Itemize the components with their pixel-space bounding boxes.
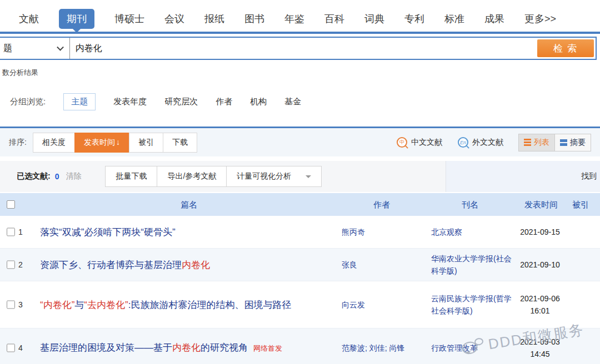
- sort-option-3[interactable]: 被引: [129, 133, 163, 153]
- view-toggle-abstract[interactable]: 摘要: [554, 134, 591, 151]
- toolbar-button-1[interactable]: 批量下载: [105, 166, 157, 187]
- sort-right-controls: 中中文文献En外文文献列表摘要: [397, 134, 591, 151]
- lang-filter-label: 外文文献: [472, 138, 503, 148]
- nav-tab-6[interactable]: 图书: [244, 9, 264, 29]
- table-row: 1落实“双减”必须啃下两块“硬骨头”熊丙奇北京观察2021-09-15: [0, 216, 600, 249]
- group-item-3[interactable]: 研究层次: [164, 97, 198, 107]
- row-checkbox[interactable]: [7, 228, 15, 236]
- toolbar-button-2[interactable]: 导出/参考文献: [157, 166, 227, 187]
- journal-link[interactable]: 华南农业大学学报(社会科学版): [431, 252, 516, 277]
- nav-tab-11[interactable]: 标准: [444, 9, 464, 29]
- sort-bar: 排序: 相关度发表时间↓被引下载 中中文文献En外文文献列表摘要: [0, 127, 600, 156]
- title-segment-blue: 与: [74, 300, 84, 310]
- table-row: 3“内卷化”与“去内卷化”:民族旅游村寨治理的结构、困境与路径向云发云南民族大学…: [0, 281, 600, 328]
- top-nav: 文献期刊博硕士会议报纸图书年鉴百科词典专利标准成果更多>>: [19, 9, 556, 29]
- search-bar: 题 检 索: [0, 37, 597, 60]
- article-title-link[interactable]: “内卷化”与“去内卷化”:民族旅游村寨治理的结构、困境与路径: [40, 297, 326, 313]
- nav-tab-10[interactable]: 专利: [404, 9, 424, 29]
- column-header-title: 篇名: [181, 193, 197, 216]
- publish-datetime: 2021-09-0616:01: [509, 292, 571, 317]
- publish-datetime: 2021-09-10: [509, 259, 571, 271]
- article-title-link[interactable]: 资源下乡、行动者博弈与基层治理内卷化: [40, 257, 326, 273]
- nav-tab-9[interactable]: 词典: [364, 9, 384, 29]
- selected-docs-count: 0: [55, 172, 59, 181]
- view-toggle-list[interactable]: 列表: [518, 134, 555, 151]
- row-checkbox[interactable]: [7, 301, 15, 309]
- online-first-badge[interactable]: 网络首发: [253, 344, 282, 352]
- table-row: 2资源下乡、行动者博弈与基层治理内卷化张良华南农业大学学报(社会科学版)2021…: [0, 249, 600, 281]
- publish-date: 2021-09-10: [509, 259, 571, 271]
- search-field-selector[interactable]: 题: [0, 38, 70, 59]
- toolbar-buttons: 批量下载导出/参考文献计量可视化分析: [106, 166, 322, 187]
- article-title-link[interactable]: 基层治理的困境及对策——基于内卷化的研究视角网络首发: [40, 340, 326, 356]
- chevron-down-icon: [57, 44, 64, 51]
- found-label: 找到: [581, 171, 597, 181]
- row-number: 2: [18, 260, 23, 269]
- publish-date: 2021-09-03: [509, 336, 571, 348]
- nav-tab-2[interactable]: 期刊: [59, 9, 94, 29]
- abstract-view-icon: [560, 139, 567, 142]
- nav-tab-4[interactable]: 会议: [164, 9, 184, 29]
- authors-link[interactable]: 熊丙奇: [342, 226, 425, 238]
- nav-tab-13[interactable]: 更多>>: [524, 9, 556, 29]
- group-item-1[interactable]: 主题: [63, 93, 96, 110]
- view-toggle-label: 列表: [534, 138, 549, 148]
- group-item-4[interactable]: 作者: [216, 97, 232, 107]
- nav-tab-3[interactable]: 博硕士: [114, 9, 144, 29]
- sort-options: 相关度发表时间↓被引下载: [33, 133, 197, 153]
- authors-link[interactable]: 张良: [342, 259, 425, 271]
- search-field-selector-label: 题: [3, 43, 12, 54]
- group-item-6[interactable]: 基金: [284, 97, 301, 107]
- sort-option-1[interactable]: 相关度: [33, 133, 75, 153]
- lang-filter-en[interactable]: En外文文献: [458, 137, 503, 148]
- lang-filter-zh[interactable]: 中中文文献: [397, 137, 442, 148]
- clear-selection-button[interactable]: 清除: [66, 171, 81, 181]
- title-segment-red: 内卷化: [172, 342, 201, 353]
- select-all-checkbox[interactable]: [7, 200, 15, 209]
- nav-tab-8[interactable]: 百科: [324, 9, 344, 29]
- nav-tab-1[interactable]: 文献: [19, 9, 39, 29]
- publish-datetime: 2021-09-15: [509, 226, 571, 238]
- search-input[interactable]: [70, 38, 536, 59]
- title-segment-red: “去内卷化”: [84, 300, 128, 310]
- view-toggle-label: 摘要: [570, 138, 586, 148]
- nav-tab-7[interactable]: 年鉴: [284, 9, 304, 29]
- list-view-icon: [524, 139, 531, 140]
- publish-date: 2021-09-15: [509, 226, 571, 238]
- row-number: 3: [18, 300, 23, 309]
- toolbar-button-3[interactable]: 计量可视化分析: [226, 166, 322, 187]
- column-header-authors: 作者: [373, 193, 390, 216]
- publish-datetime: 2021-09-0314:45: [509, 336, 571, 360]
- column-header-journal: 刊名: [462, 193, 478, 216]
- journal-link[interactable]: 云南民族大学学报(哲学社会科学版): [431, 292, 516, 317]
- view-toggle: 列表摘要: [519, 134, 591, 151]
- nav-tab-12[interactable]: 成果: [484, 9, 504, 29]
- page: 文献期刊博硕士会议报纸图书年鉴百科词典专利标准成果更多>> 题 检 索 数分析结…: [0, 0, 600, 364]
- group-item-5[interactable]: 机构: [250, 97, 267, 107]
- title-segment-red: 内卷化: [182, 260, 210, 270]
- nav-underline: [0, 32, 600, 34]
- result-crumb: 数分析结果: [2, 68, 38, 78]
- result-rows: 1落实“双减”必须啃下两块“硬骨头”熊丙奇北京观察2021-09-152资源下乡…: [0, 216, 600, 364]
- sort-option-2[interactable]: 发表时间↓: [74, 133, 129, 153]
- title-segment-blue: :民族旅游村寨治理的结构、困境与路径: [128, 300, 292, 310]
- publish-time: 16:01: [509, 305, 571, 317]
- row-checkbox[interactable]: [7, 343, 15, 352]
- authors-link[interactable]: 向云发: [342, 299, 425, 311]
- lang-filter-label: 中文文献: [411, 138, 442, 148]
- journal-link[interactable]: 行政管理改革: [431, 342, 516, 354]
- column-header-cited: 被引: [572, 193, 589, 216]
- row-checkbox[interactable]: [7, 261, 15, 269]
- magnifier-en-icon: En: [458, 137, 468, 148]
- group-browse-bar: 分组浏览: 主题发表年度研究层次作者机构基金: [10, 93, 301, 110]
- title-segment-blue: 基层治理的困境及对策——基于: [40, 342, 172, 353]
- group-item-2[interactable]: 发表年度: [113, 97, 147, 107]
- title-segment-blue: 落实“双减”必须啃下两块“硬骨头”: [40, 227, 176, 237]
- nav-tab-5[interactable]: 报纸: [204, 9, 224, 29]
- article-title-link[interactable]: 落实“双减”必须啃下两块“硬骨头”: [40, 224, 326, 240]
- journal-link[interactable]: 北京观察: [431, 226, 516, 238]
- title-segment-blue: 的研究视角: [201, 342, 248, 353]
- search-button[interactable]: 检 索: [537, 39, 594, 57]
- authors-link[interactable]: 范黎波; 刘佳; 尚锋: [342, 342, 425, 354]
- sort-option-4[interactable]: 下载: [163, 133, 197, 153]
